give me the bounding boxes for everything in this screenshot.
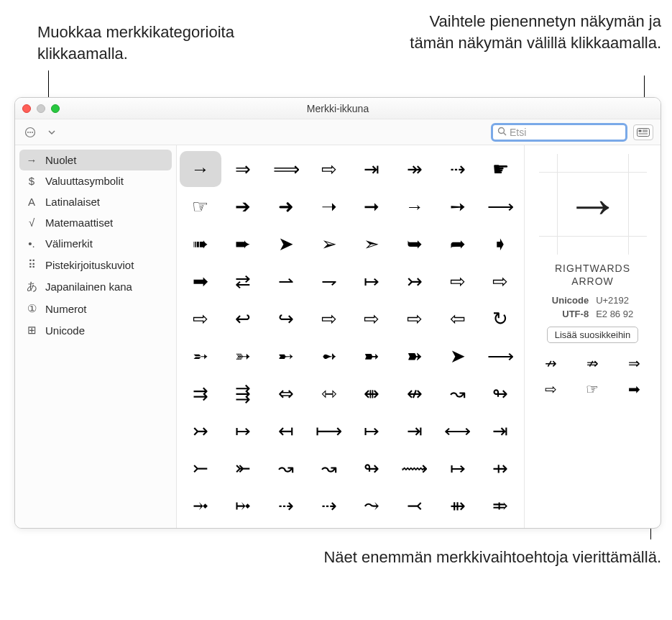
char-cell[interactable]: → <box>394 188 436 224</box>
char-cell[interactable]: ➸ <box>265 338 307 374</box>
char-cell[interactable]: ⤃ <box>479 488 521 524</box>
search-field[interactable] <box>491 123 627 142</box>
char-cell[interactable]: ⇥ <box>479 413 521 449</box>
char-cell[interactable]: ⤚ <box>180 450 221 486</box>
char-cell[interactable]: ➜ <box>265 188 307 224</box>
sidebar-item-7[interactable]: ①Numerot <box>15 298 176 319</box>
char-cell[interactable]: ⇔ <box>265 375 307 411</box>
char-cell[interactable]: ↻ <box>479 301 521 337</box>
char-cell[interactable]: ↬ <box>479 375 521 411</box>
char-cell[interactable]: ⟶ <box>479 338 521 374</box>
char-cell[interactable]: ➔ <box>223 188 264 224</box>
char-cell[interactable]: ⇨ <box>180 301 221 337</box>
variant-glyph[interactable]: ☞ <box>578 380 607 398</box>
char-cell[interactable]: ⇨ <box>394 301 436 337</box>
char-cell[interactable]: ⇨ <box>479 263 521 299</box>
char-cell[interactable]: ➡ <box>180 263 221 299</box>
char-cell[interactable]: ⇢ <box>437 151 479 187</box>
char-cell[interactable]: ➽ <box>394 338 436 374</box>
char-cell[interactable]: ➻ <box>308 338 350 374</box>
char-cell[interactable]: ⟹ <box>265 151 307 187</box>
char-cell[interactable]: ⇥ <box>351 151 393 187</box>
char-cell[interactable]: ↦ <box>437 450 479 486</box>
char-cell[interactable]: ⇨ <box>308 151 350 187</box>
char-cell[interactable]: ⤠ <box>223 488 264 524</box>
char-cell[interactable]: ↬ <box>351 450 393 486</box>
char-cell[interactable]: ⟷ <box>437 413 479 449</box>
char-cell[interactable]: ↦ <box>351 263 393 299</box>
char-cell[interactable]: ⤞ <box>180 488 221 524</box>
char-cell[interactable]: ⇢ <box>265 488 307 524</box>
sidebar-item-2[interactable]: ALatinalaiset <box>15 191 176 212</box>
char-cell[interactable]: ↝ <box>437 375 479 411</box>
char-cell[interactable]: ➧ <box>479 226 521 262</box>
char-cell[interactable]: ➤ <box>437 338 479 374</box>
char-cell[interactable]: ➥ <box>394 226 436 262</box>
sidebar-item-3[interactable]: √Matemaattiset <box>15 212 176 233</box>
char-cell[interactable]: ⤜ <box>223 450 264 486</box>
char-cell[interactable]: → <box>180 151 221 187</box>
view-toggle-button[interactable] <box>633 124 653 140</box>
char-cell[interactable]: ↝ <box>265 450 307 486</box>
char-cell[interactable]: ⇒ <box>223 151 264 187</box>
char-cell[interactable]: ➣ <box>351 226 393 262</box>
sidebar-item-0[interactable]: →Nuolet <box>19 150 172 170</box>
char-cell[interactable]: ⇄ <box>223 263 264 299</box>
char-cell[interactable]: ↦ <box>351 413 393 449</box>
variant-glyph[interactable]: ➡ <box>620 380 649 398</box>
char-cell[interactable]: ➝ <box>308 188 350 224</box>
char-cell[interactable]: ⇸ <box>479 450 521 486</box>
sidebar-item-1[interactable]: $Valuuttasymbolit <box>15 170 176 191</box>
char-cell[interactable]: ⤳ <box>351 488 393 524</box>
char-cell[interactable]: ⇢ <box>308 488 350 524</box>
char-cell[interactable]: ⇦ <box>437 301 479 337</box>
variant-glyph[interactable]: ⇒ <box>620 355 649 372</box>
search-input[interactable] <box>510 127 621 138</box>
char-cell[interactable]: ↣ <box>394 263 436 299</box>
char-cell[interactable]: ⇶ <box>223 375 264 411</box>
char-cell[interactable]: ⤙ <box>394 488 436 524</box>
char-cell[interactable]: ⇨ <box>437 263 479 299</box>
char-cell[interactable]: ➠ <box>180 226 221 262</box>
char-cell[interactable]: ↝ <box>308 450 350 486</box>
char-cell[interactable]: ↩ <box>223 301 264 337</box>
dropdown-button[interactable] <box>44 124 60 140</box>
char-cell[interactable]: ⇉ <box>180 375 221 411</box>
char-cell[interactable]: ➼ <box>351 338 393 374</box>
sidebar-item-8[interactable]: ⊞Unicode <box>15 319 176 341</box>
char-cell[interactable]: ⟼ <box>308 413 350 449</box>
char-cell[interactable]: ☛ <box>479 151 521 187</box>
char-cell[interactable]: ↮ <box>394 375 436 411</box>
char-cell[interactable]: ⇥ <box>394 413 436 449</box>
char-cell[interactable]: ↦ <box>223 413 264 449</box>
category-settings-button[interactable] <box>22 124 38 140</box>
char-cell[interactable]: ➙ <box>437 188 479 224</box>
sidebar-item-5[interactable]: ⠿Pistekirjoituskuviot <box>15 254 176 275</box>
char-cell[interactable]: ⟿ <box>394 450 436 486</box>
char-cell[interactable]: ➢ <box>308 226 350 262</box>
char-cell[interactable]: ⇿ <box>308 375 350 411</box>
char-cell[interactable]: ☞ <box>180 188 221 224</box>
add-to-favorites-button[interactable]: Lisää suosikkeihin <box>547 327 639 343</box>
char-cell[interactable]: ⇀ <box>265 263 307 299</box>
char-cell[interactable]: ⟶ <box>479 188 521 224</box>
char-cell[interactable]: ⇼ <box>351 375 393 411</box>
char-cell[interactable]: ➳ <box>223 338 264 374</box>
variant-glyph[interactable]: ↛ <box>536 355 565 372</box>
sidebar-item-4[interactable]: •.Välimerkit <box>15 233 176 254</box>
variant-glyph[interactable]: ⇏ <box>578 355 607 372</box>
char-cell[interactable]: ↤ <box>265 413 307 449</box>
char-cell[interactable]: ➤ <box>265 226 307 262</box>
char-cell[interactable]: ⇨ <box>308 301 350 337</box>
variant-glyph[interactable]: ⇨ <box>536 380 565 398</box>
char-cell[interactable]: ↣ <box>180 413 221 449</box>
char-cell[interactable]: ➦ <box>437 226 479 262</box>
minimize-button[interactable] <box>37 104 45 113</box>
char-cell[interactable]: ↠ <box>394 151 436 187</box>
char-cell[interactable]: ⇻ <box>437 488 479 524</box>
char-cell[interactable]: ➵ <box>180 338 221 374</box>
char-cell[interactable]: ↪ <box>265 301 307 337</box>
char-cell[interactable]: ➨ <box>223 226 264 262</box>
zoom-button[interactable] <box>51 104 60 113</box>
close-button[interactable] <box>22 104 31 113</box>
